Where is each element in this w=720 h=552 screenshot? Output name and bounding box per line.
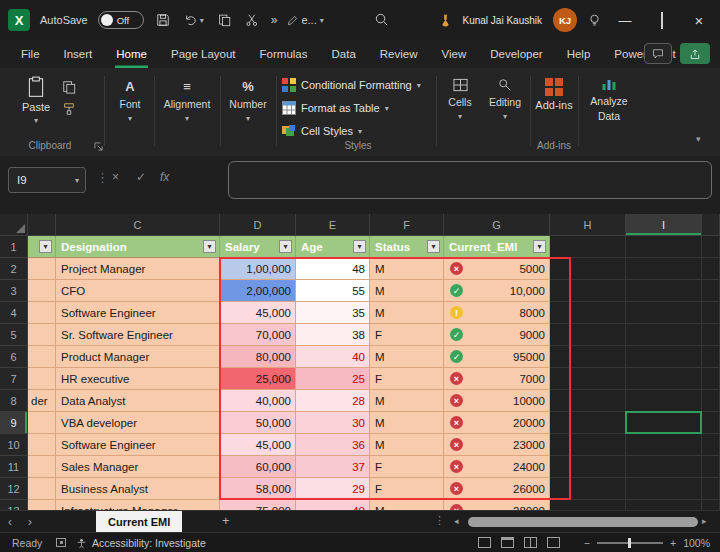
empty-cell[interactable] (702, 478, 720, 500)
empty-cell[interactable] (550, 236, 626, 258)
empty-cell[interactable] (702, 302, 720, 324)
row-header-9[interactable]: 9 (0, 412, 28, 434)
share-button[interactable] (680, 43, 710, 64)
cell-designation-3[interactable]: CFO (56, 280, 220, 302)
empty-cell[interactable] (626, 434, 702, 456)
accessibility-status[interactable]: Accessibility: Investigate (92, 537, 206, 549)
empty-cell[interactable] (702, 500, 720, 510)
cell-designation-9[interactable]: VBA developer (56, 412, 220, 434)
empty-cell[interactable] (702, 456, 720, 478)
row-header-12[interactable]: 12 (0, 478, 28, 500)
editing-mode-dropdown[interactable]: e... ▾ (287, 14, 323, 26)
row-header-10[interactable]: 10 (0, 434, 28, 456)
format-painter-icon[interactable] (62, 102, 76, 116)
empty-cell[interactable] (702, 324, 720, 346)
empty-cell[interactable] (702, 346, 720, 368)
tab-formulas[interactable]: Formulas (259, 40, 309, 68)
empty-cell[interactable] (626, 346, 702, 368)
hscroll-left-arrow[interactable]: ◂ (454, 516, 459, 526)
maximize-button[interactable] (649, 13, 675, 28)
column-header-G[interactable]: G (444, 214, 550, 236)
font-group-button[interactable]: A Font ▾ (108, 78, 152, 123)
tab-help[interactable]: Help (566, 40, 592, 68)
cell-b-2[interactable] (28, 258, 56, 280)
row-header-3[interactable]: 3 (0, 280, 28, 302)
analyze-data-button[interactable]: Analyze Data (582, 76, 636, 122)
table-header-current-emi[interactable]: Current_EMI▾ (444, 236, 550, 258)
table-header-designation[interactable]: Designation▾ (56, 236, 220, 258)
sheet-nav-next-icon[interactable]: › (20, 514, 40, 529)
cell-emi-13[interactable]: ×28000 (444, 500, 550, 510)
zoom-slider-knob[interactable] (628, 538, 631, 548)
cell-designation-4[interactable]: Software Engineer (56, 302, 220, 324)
tab-data[interactable]: Data (331, 40, 357, 68)
dialog-launcher-icon[interactable] (94, 142, 103, 151)
zoom-out-button[interactable]: − (584, 537, 590, 549)
comments-button[interactable] (644, 43, 672, 64)
row-header-4[interactable]: 4 (0, 302, 28, 324)
alignment-group-button[interactable]: ≡ Alignment ▾ (158, 78, 216, 123)
filter-dropdown-icon[interactable]: ▾ (533, 240, 546, 253)
cancel-icon[interactable]: × (112, 170, 119, 184)
add-ins-button[interactable]: Add-ins (532, 78, 576, 111)
macro-record-icon[interactable] (56, 538, 66, 547)
table-header-age[interactable]: Age▾ (296, 236, 370, 258)
page-break-view-icon[interactable] (524, 537, 537, 548)
cell-b-11[interactable] (28, 456, 56, 478)
zoom-slider[interactable] (597, 542, 663, 544)
select-all-corner[interactable] (0, 214, 28, 236)
cell-b-12[interactable] (28, 478, 56, 500)
conditional-formatting-button[interactable]: Conditional Formatting ▾ (282, 75, 434, 95)
copy-button[interactable] (216, 13, 233, 27)
empty-cell[interactable] (702, 236, 720, 258)
row-header-11[interactable]: 11 (0, 456, 28, 478)
column-header-I[interactable]: I (626, 214, 702, 236)
tab-review[interactable]: Review (379, 40, 419, 68)
sheet-nav-prev-icon[interactable]: ‹ (0, 514, 20, 529)
cell-designation-13[interactable]: Infrastructure Manager (56, 500, 220, 510)
filter-dropdown-icon[interactable]: ▾ (353, 240, 366, 253)
cell-b-8[interactable]: der (28, 390, 56, 412)
row-header-1[interactable]: 1 (0, 236, 28, 258)
cell-age-13[interactable]: 40 (296, 500, 370, 510)
empty-cell[interactable] (702, 434, 720, 456)
cell-b-3[interactable] (28, 280, 56, 302)
enter-icon[interactable]: ✓ (136, 170, 146, 184)
paste-button[interactable]: Paste ▾ (14, 76, 58, 125)
cell-designation-12[interactable]: Business Analyst (56, 478, 220, 500)
user-name[interactable]: Kunal Jai Kaushik (463, 15, 543, 26)
tab-view[interactable]: View (441, 40, 468, 68)
close-button[interactable]: × (686, 12, 712, 29)
tab-home[interactable]: Home (115, 40, 148, 68)
search-icon[interactable] (374, 12, 389, 27)
avatar[interactable]: KJ (553, 8, 577, 32)
empty-cell[interactable] (626, 258, 702, 280)
cell-b-6[interactable] (28, 346, 56, 368)
table-header-status[interactable]: Status▾ (370, 236, 444, 258)
cell-salary-13[interactable]: 75,000 (220, 500, 296, 510)
row-header-5[interactable]: 5 (0, 324, 28, 346)
cell-designation-7[interactable]: HR executive (56, 368, 220, 390)
empty-cell[interactable] (702, 368, 720, 390)
cell-designation-11[interactable]: Sales Manager (56, 456, 220, 478)
tab-insert[interactable]: Insert (63, 40, 94, 68)
column-header-H[interactable]: H (550, 214, 626, 236)
empty-cell[interactable] (550, 500, 626, 510)
minimize-button[interactable]: — (612, 13, 638, 28)
hscroll-right-arrow[interactable]: ▸ (702, 516, 707, 526)
cell-b-10[interactable] (28, 434, 56, 456)
empty-cell[interactable] (626, 236, 702, 258)
tab-developer[interactable]: Developer (489, 40, 543, 68)
empty-cell[interactable] (626, 302, 702, 324)
row-header-13[interactable]: 13 (0, 500, 28, 510)
cell-designation-8[interactable]: Data Analyst (56, 390, 220, 412)
undo-button[interactable]: ▾ (182, 13, 206, 27)
zoom-level[interactable]: 100% (683, 537, 710, 549)
insert-function-button[interactable]: fx (160, 170, 169, 184)
filter-dropdown-icon[interactable]: ▾ (279, 240, 292, 253)
cell-status-13[interactable]: M (370, 500, 444, 510)
cut-button[interactable] (243, 13, 261, 27)
cell-b-7[interactable] (28, 368, 56, 390)
zoom-in-button[interactable]: + (670, 537, 676, 549)
filter-dropdown-icon[interactable]: ▾ (427, 240, 440, 253)
